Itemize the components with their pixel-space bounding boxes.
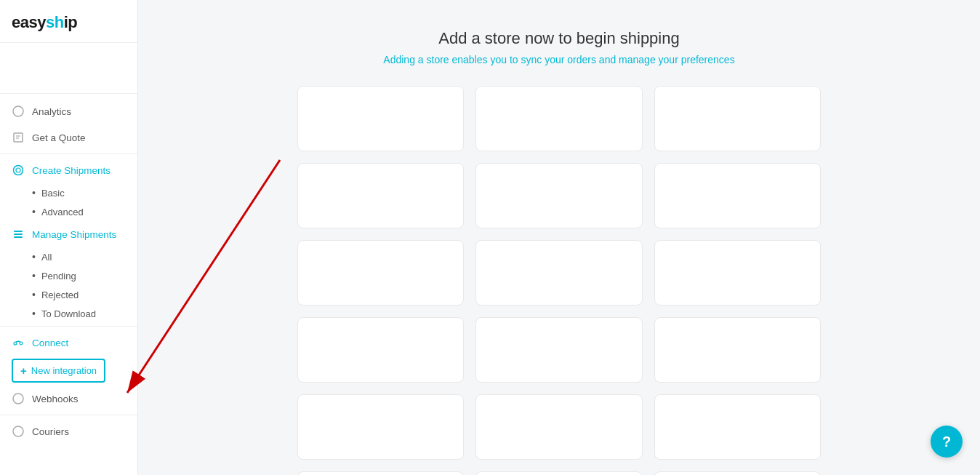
sidebar-item-all[interactable]: All [32,247,137,266]
rejected-label: Rejected [41,290,79,300]
sidebar-item-get-a-quote[interactable]: Get a Quote [0,124,137,151]
plus-icon: + [20,364,27,377]
sidebar-item-analytics[interactable]: Analytics [0,98,137,124]
svg-rect-6 [14,231,23,232]
sidebar-item-basic[interactable]: Basic [32,183,137,202]
svg-point-5 [16,168,20,172]
create-shipments-label: Create Shipments [32,165,111,176]
sidebar-item-couriers[interactable]: Couriers [0,418,137,444]
page-header: Add a store now to begin shipping Adding… [182,29,936,65]
store-card[interactable] [654,317,821,383]
advanced-label: Advanced [41,207,84,217]
svg-rect-1 [14,133,23,142]
couriers-label: Couriers [32,426,69,437]
all-label: All [41,252,52,263]
sidebar-item-advanced[interactable]: Advanced [32,202,137,221]
store-card[interactable] [654,240,821,306]
store-card[interactable] [297,86,464,151]
store-card[interactable] [475,86,642,151]
store-grid [297,86,821,475]
store-card[interactable] [654,86,821,151]
quote-label: Get a Quote [32,132,86,143]
sidebar-item-manage-shipments[interactable]: Manage Shipments [0,221,137,247]
store-card[interactable] [297,471,464,475]
store-card[interactable] [475,317,642,383]
basic-label: Basic [41,188,65,199]
page-subtitle: Adding a store enables you to sync your … [182,54,936,65]
main-content: Add a store now to begin shipping Adding… [138,0,980,475]
manage-shipments-icon [12,228,25,241]
webhooks-label: Webhooks [32,394,79,404]
svg-point-0 [13,106,23,116]
quote-icon [12,131,25,144]
svg-point-11 [13,394,23,404]
page-title: Add a store now to begin shipping [182,29,936,48]
new-integration-button[interactable]: + New integration [12,359,105,383]
svg-rect-8 [14,236,23,238]
store-card[interactable] [297,317,464,383]
svg-point-12 [13,426,23,436]
couriers-icon [12,425,25,438]
store-card[interactable] [475,163,642,228]
store-card[interactable] [475,394,642,460]
store-card[interactable] [654,394,821,460]
store-card[interactable] [297,240,464,306]
sidebar-item-create-shipments[interactable]: Create Shipments [0,157,137,183]
connect-icon [12,336,25,349]
nav-section: Analytics Get a Quote Create Shipments B… [0,94,137,449]
store-card[interactable] [297,394,464,460]
sidebar-item-to-download[interactable]: To Download [32,304,137,323]
store-card[interactable] [654,471,821,475]
sidebar-item-pending[interactable]: Pending [32,266,137,285]
create-shipments-subitems: Basic Advanced [0,183,137,221]
connect-label: Connect [32,338,68,348]
analytics-icon [12,105,25,118]
store-card[interactable] [475,240,642,306]
manage-shipments-label: Manage Shipments [32,229,116,240]
logo-area: easyship [0,0,137,43]
store-card[interactable] [654,163,821,228]
svg-point-9 [14,342,17,345]
sidebar-item-webhooks[interactable]: Webhooks [0,386,137,412]
logo: easyship [12,13,126,32]
analytics-label: Analytics [32,106,71,117]
avatar-area [0,43,137,94]
store-card[interactable] [297,163,464,228]
create-shipments-icon [12,164,25,177]
pending-label: Pending [41,271,76,282]
help-label: ? [942,434,951,450]
svg-point-4 [14,166,23,175]
sidebar-item-connect[interactable]: Connect [0,330,137,356]
new-integration-label: New integration [31,365,97,376]
sidebar-item-rejected[interactable]: Rejected [32,285,137,304]
to-download-label: To Download [41,308,96,319]
webhooks-icon [12,392,25,405]
sidebar: easyship Analytics Get a Quote Create Sh… [0,0,138,475]
svg-rect-7 [14,233,23,235]
store-card-active[interactable] [475,471,642,475]
svg-point-10 [20,342,23,345]
manage-shipments-subitems: All Pending Rejected To Download [0,247,137,323]
help-button[interactable]: ? [931,426,963,458]
